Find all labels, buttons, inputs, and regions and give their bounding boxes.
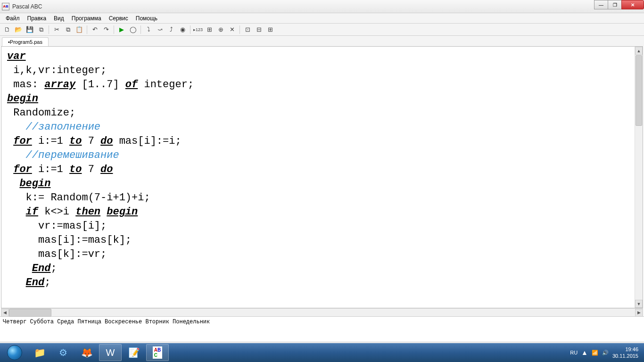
taskbar-explorer-icon[interactable]: 📁	[28, 344, 51, 361]
save-all-icon[interactable]: ⧉	[36, 25, 46, 35]
code-line: mas:	[7, 79, 44, 90]
tool-icon-6[interactable]: ⊟	[254, 25, 264, 35]
kw-end: End	[26, 277, 45, 288]
kw-of: of	[125, 79, 138, 90]
tray-time: 19:46	[612, 346, 638, 353]
save-icon[interactable]: 💾	[25, 25, 35, 35]
tool-icon-3[interactable]: ⊕	[215, 25, 226, 35]
scroll-up-icon[interactable]: ▲	[635, 47, 643, 55]
code-line: mas[i]:=mas[k];	[7, 234, 132, 246]
editor-area: var i,k,vr:integer; mas: array [1..7] of…	[1, 46, 643, 308]
paste-icon[interactable]: 📋	[74, 25, 84, 35]
kw-array: array	[44, 79, 75, 90]
app-icon: AB	[2, 3, 9, 10]
menu-view[interactable]: Вид	[50, 14, 68, 23]
menu-bar: Файл Правка Вид Программа Сервис Помощь	[0, 13, 644, 24]
kw-for: for	[13, 135, 32, 147]
tray-volume-icon[interactable]: 🔊	[602, 350, 609, 356]
start-button[interactable]	[2, 344, 27, 361]
kw-begin: begin	[19, 178, 50, 189]
tool-icon-2[interactable]: ⊞	[204, 25, 215, 35]
code-comment: //перемешивание	[7, 149, 119, 161]
step-into-icon[interactable]: ⤵	[143, 25, 154, 35]
tab-bar: •Program5.pas	[0, 36, 644, 46]
output-panel: Четверг Суббота Среда Пятница Воскресень…	[0, 316, 644, 342]
scroll-left-icon[interactable]: ◀	[1, 309, 9, 317]
scroll-down-icon[interactable]: ▼	[635, 300, 643, 308]
tray-language[interactable]: RU	[570, 350, 578, 355]
kw-begin: begin	[7, 93, 38, 105]
code-comment: //заполнение	[7, 121, 100, 133]
kw-then: then	[75, 206, 100, 218]
run-icon[interactable]: ▶	[116, 25, 127, 35]
vertical-scrollbar[interactable]: ▲ ▼	[635, 47, 643, 308]
scroll-right-icon[interactable]: ▶	[635, 309, 643, 317]
menu-service[interactable]: Сервис	[105, 14, 132, 23]
code-line: i,k,vr:integer;	[7, 65, 107, 76]
taskbar-pascal-icon[interactable]: ABC	[146, 344, 169, 361]
breakpoint-icon[interactable]: ◉	[177, 25, 188, 35]
code-line: k:= Random(7-i+1)+i;	[7, 192, 150, 204]
file-tab[interactable]: •Program5.pas	[2, 37, 49, 46]
tray-network-icon[interactable]: 📶	[592, 350, 598, 356]
tool-icon-4[interactable]: ✕	[227, 25, 237, 35]
undo-icon[interactable]: ↶	[90, 25, 100, 35]
code-editor[interactable]: var i,k,vr:integer; mas: array [1..7] of…	[1, 47, 635, 308]
menu-help[interactable]: Помощь	[132, 14, 161, 23]
open-file-icon[interactable]: 📂	[13, 25, 24, 35]
kw-end: End	[32, 263, 51, 274]
redo-icon[interactable]: ↷	[101, 25, 111, 35]
close-button[interactable]: ✕	[621, 0, 644, 9]
system-tray: RU ▲ 📶 🔊 19:46 30.11.2015	[570, 346, 642, 359]
code-line: mas[k]:=vr;	[7, 248, 107, 260]
tray-date: 30.11.2015	[612, 353, 638, 359]
output-text: Четверг Суббота Среда Пятница Воскресень…	[3, 319, 210, 325]
step-out-icon[interactable]: ⤴	[166, 25, 176, 35]
tool-icon-5[interactable]: ⊡	[242, 25, 253, 35]
kw-if: if	[26, 206, 38, 218]
tool-icon-1[interactable]: ▸123	[193, 25, 203, 35]
tray-clock[interactable]: 19:46 30.11.2015	[612, 346, 638, 359]
kw-do: do	[100, 135, 113, 147]
minimize-button[interactable]: —	[594, 0, 608, 9]
kw-begin: begin	[107, 206, 138, 218]
step-over-icon[interactable]: ⤻	[155, 25, 165, 35]
taskbar-firefox-icon[interactable]: 🦊	[75, 344, 98, 361]
code-line: Randomize;	[7, 107, 75, 119]
toolbar: 🗋 📂 💾 ⧉ ✂ ⧉ 📋 ↶ ↷ ▶ ◯ ⤵ ⤻ ⤴ ◉ ▸123 ⊞ ⊕ ✕…	[0, 24, 644, 36]
hscroll-thumb[interactable]	[9, 309, 51, 317]
window-title: Pascal ABC	[12, 3, 42, 10]
tray-flag-icon[interactable]: ▲	[581, 349, 588, 356]
tool-icon-7[interactable]: ⊞	[265, 25, 275, 35]
menu-program[interactable]: Программа	[68, 14, 105, 23]
code-line: vr:=mas[i];	[7, 220, 107, 232]
taskbar-app-icon[interactable]: ⚙	[52, 344, 74, 361]
kw-do: do	[100, 164, 113, 175]
kw-to: to	[69, 164, 82, 175]
menu-edit[interactable]: Правка	[24, 14, 50, 23]
windows-taskbar: 📁 ⚙ 🦊 W 📝 ABC RU ▲ 📶 🔊 19:46 30.11.2015	[0, 343, 644, 362]
kw-var: var	[7, 50, 26, 62]
windows-orb-icon	[7, 345, 22, 360]
taskbar-notepad-icon[interactable]: 📝	[123, 344, 145, 361]
new-file-icon[interactable]: 🗋	[2, 25, 12, 35]
maximize-button[interactable]: ❐	[608, 0, 622, 9]
window-titlebar: AB Pascal ABC — ❐ ✕	[0, 0, 644, 13]
scroll-thumb[interactable]	[636, 55, 642, 126]
horizontal-scrollbar[interactable]: ◀ ▶	[1, 308, 643, 316]
kw-to: to	[69, 135, 82, 147]
kw-for: for	[13, 164, 32, 175]
menu-file[interactable]: Файл	[2, 14, 24, 23]
taskbar-word-icon[interactable]: W	[99, 344, 122, 361]
copy-icon[interactable]: ⧉	[63, 25, 73, 35]
cut-icon[interactable]: ✂	[51, 25, 62, 35]
stop-icon[interactable]: ◯	[128, 25, 138, 35]
